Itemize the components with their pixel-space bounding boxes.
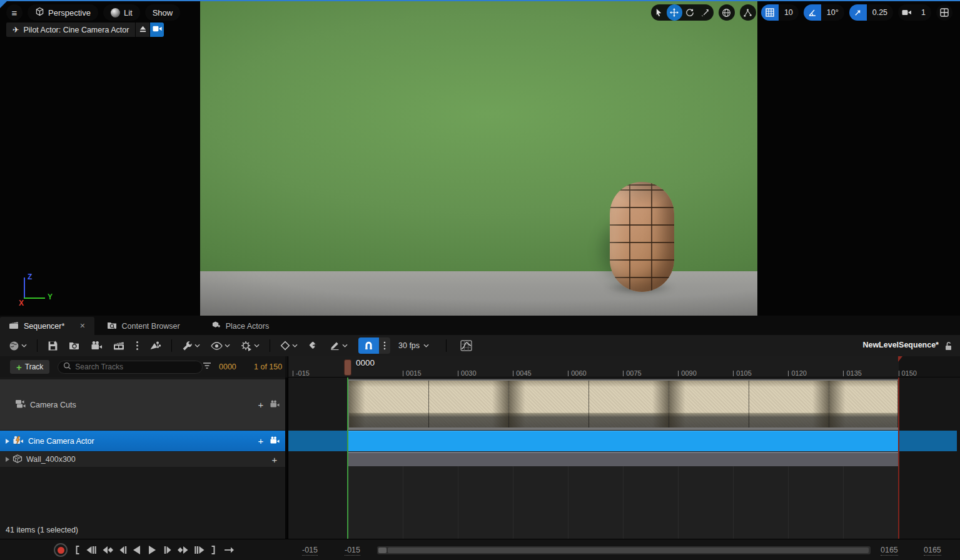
scrollbar-thumb[interactable] <box>388 548 869 553</box>
edit-mode-menu[interactable] <box>327 339 350 352</box>
record-button[interactable] <box>54 543 68 557</box>
sequencer-kebab-menu[interactable] <box>133 339 141 352</box>
search-tracks-input[interactable] <box>75 362 197 371</box>
keyframe-options-menu[interactable] <box>278 339 300 352</box>
view-range-end-field[interactable]: 0165 <box>881 546 898 556</box>
tab-content-browser[interactable]: Content Browser <box>98 317 189 335</box>
pilot-actor-button[interactable]: ✈ Pilot Actor: Cine Camera Actor <box>6 22 135 37</box>
ruler-tick-label: 0060 <box>571 369 586 377</box>
move-tool-button[interactable] <box>667 4 682 21</box>
ruler-tick <box>733 371 734 376</box>
step-forward-button[interactable] <box>164 546 172 554</box>
timeline-gridline <box>843 466 844 539</box>
track-row-wall[interactable]: Wall_400x300 + <box>0 452 285 467</box>
sequencer-breadcrumb-button[interactable] <box>147 339 164 352</box>
playback-end-marker[interactable] <box>898 378 899 539</box>
playback-mode-button[interactable] <box>224 546 235 554</box>
previous-key-button[interactable] <box>102 546 113 554</box>
next-key-button[interactable] <box>178 546 189 554</box>
view-options-menu[interactable] <box>208 340 233 352</box>
rotate-tool-button[interactable] <box>682 4 698 21</box>
expand-arrow-icon[interactable] <box>6 439 9 444</box>
frame-count-label[interactable]: 1 of 150 <box>254 362 282 371</box>
render-movie-button[interactable] <box>111 339 128 352</box>
timeline-ruler[interactable]: 0000 -0150015003000450060007500900105012… <box>288 356 960 378</box>
tab-close-icon[interactable]: ✕ <box>79 322 85 330</box>
camera-track-bar-outer[interactable] <box>288 431 957 451</box>
camera-cuts-filmstrip[interactable]: Cine Camera Actor <box>348 379 899 430</box>
filter-icon[interactable] <box>203 362 211 371</box>
eject-pilot-button[interactable] <box>136 22 149 37</box>
wall-track-bar[interactable] <box>348 452 899 466</box>
track-row-camera-cuts[interactable]: Camera Cuts + <box>0 379 285 430</box>
fps-dropdown[interactable]: 30 fps <box>396 341 432 350</box>
working-range-start-field[interactable]: -015 <box>302 546 318 556</box>
scrollbar-resize-handle[interactable] <box>378 548 387 553</box>
scale-snap-control: 0.25 <box>849 4 893 21</box>
search-tracks-box[interactable] <box>58 361 203 374</box>
add-section-button[interactable]: + <box>268 454 281 465</box>
world-space-toggle-button[interactable] <box>719 4 735 21</box>
jump-forward-button[interactable] <box>195 546 205 554</box>
grid-snap-value[interactable]: 10 <box>779 4 799 21</box>
rotation-snap-toggle[interactable] <box>804 4 821 21</box>
go-to-front-button[interactable] <box>75 546 80 554</box>
scale-snap-toggle[interactable] <box>849 4 867 21</box>
show-button[interactable]: Show <box>145 4 181 21</box>
cine-camera-icon <box>13 436 24 447</box>
perspective-button[interactable]: Perspective <box>28 4 98 21</box>
current-frame-field[interactable]: 0000 <box>219 362 236 371</box>
viewport-layout-button[interactable] <box>936 4 952 21</box>
snap-options-kebab[interactable] <box>379 338 390 354</box>
content-browser-icon <box>107 321 117 331</box>
surface-snapping-button[interactable] <box>740 4 756 21</box>
add-section-button[interactable]: + <box>254 399 268 410</box>
snap-toggle-button[interactable] <box>358 338 379 354</box>
pilot-camera-view-toggle[interactable] <box>150 22 164 37</box>
camera-speed-value[interactable]: 1 <box>916 4 931 21</box>
auto-key-toggle[interactable] <box>306 339 321 352</box>
brick-capsule-mesh[interactable] <box>610 182 674 292</box>
sequence-browse-dropdown[interactable] <box>6 339 29 353</box>
rotation-snap-value[interactable]: 10° <box>821 4 844 21</box>
viewport[interactable]: ≡ Perspective Lit Show ✈ Pilot Actor: Ci… <box>0 0 960 316</box>
add-track-button[interactable]: + Track <box>10 360 49 374</box>
tab-sequencer[interactable]: Sequencer* ✕ <box>0 317 94 335</box>
actions-menu[interactable] <box>179 339 203 353</box>
viewport-render[interactable] <box>200 0 757 316</box>
camera-lock-button[interactable] <box>268 399 281 410</box>
working-range-end-field[interactable]: 0165 <box>924 546 941 556</box>
save-sequence-button[interactable] <box>45 339 61 353</box>
jump-back-button[interactable] <box>86 546 96 554</box>
hamburger-icon: ≡ <box>12 8 18 18</box>
camera-track-bar[interactable] <box>348 431 899 451</box>
tab-place-actors[interactable]: Place Actors <box>203 317 278 335</box>
viewport-menu-button[interactable]: ≡ <box>6 4 23 21</box>
ruler-tick <box>788 371 789 376</box>
add-section-button[interactable]: + <box>254 436 268 446</box>
grid-snap-toggle[interactable] <box>761 4 779 21</box>
playback-start-marker[interactable] <box>347 378 348 539</box>
find-in-content-browser-button[interactable] <box>66 339 83 352</box>
lock-sequence-button[interactable] <box>944 341 952 352</box>
scale-tool-button[interactable] <box>698 4 714 21</box>
play-forward-button[interactable] <box>148 545 156 555</box>
timeline-scrollbar[interactable] <box>377 546 871 554</box>
create-camera-button[interactable] <box>88 339 105 352</box>
scale-snap-value[interactable]: 0.25 <box>867 4 893 21</box>
expand-arrow-icon[interactable] <box>6 457 9 462</box>
select-tool-button[interactable] <box>651 4 667 21</box>
view-range-start-field[interactable]: -015 <box>345 546 360 556</box>
go-to-end-button[interactable] <box>211 546 216 554</box>
playback-options-menu[interactable] <box>238 339 262 353</box>
camera-lock-button[interactable] <box>268 436 281 446</box>
timeline-track-area[interactable]: Cine Camera Actor <box>288 378 960 539</box>
playhead-handle[interactable] <box>344 359 351 376</box>
play-reverse-button[interactable] <box>133 545 141 555</box>
track-row-cine-camera-actor[interactable]: Cine Camera Actor + <box>0 431 285 451</box>
tab-sequencer-label: Sequencer* <box>24 322 64 331</box>
curve-editor-button[interactable] <box>458 338 475 353</box>
step-back-button[interactable] <box>119 546 127 554</box>
lit-button[interactable]: Lit <box>103 4 140 21</box>
timeline-gridline <box>623 466 624 539</box>
